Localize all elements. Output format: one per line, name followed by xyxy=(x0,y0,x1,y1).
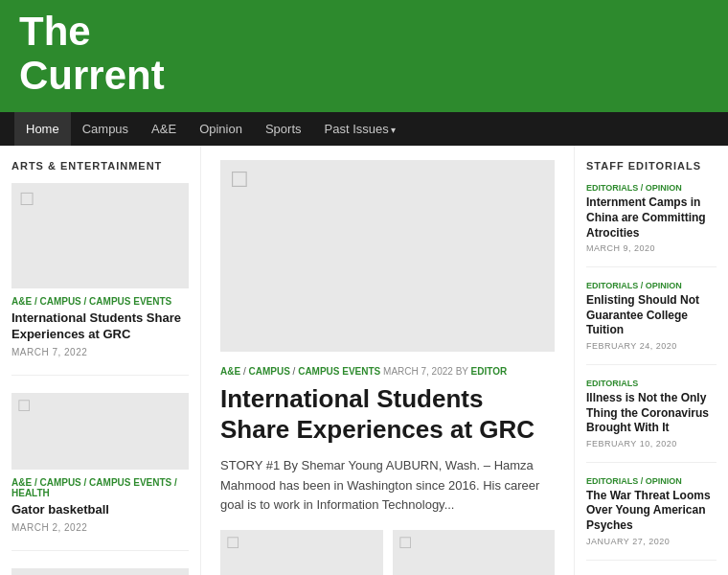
article-tags: A&E / CAMPUS / CAMPUS EVENTS / HEALTH xyxy=(11,477,189,498)
list-item: A&E / CAMPUS / CAMPUS EVENTS Vehicle The… xyxy=(11,568,189,575)
staff-title[interactable]: Illness is Not the Only Thing the Corona… xyxy=(586,391,717,436)
article-thumbnail xyxy=(11,183,189,288)
list-item: EDITORIALS / OPINION Internment Camps in… xyxy=(586,183,717,267)
thumbnail-1 xyxy=(220,530,383,575)
left-sidebar: ARTS & ENTERTAINMENT A&E / CAMPUS / CAMP… xyxy=(0,146,201,575)
staff-title[interactable]: Enlisting Should Not Guarantee College T… xyxy=(586,293,717,338)
nav-ae[interactable]: A&E xyxy=(140,112,188,146)
staff-tags: EDITORIALS xyxy=(586,379,717,388)
navigation: Home Campus A&E Opinion Sports Past Issu… xyxy=(0,112,728,146)
main-article-tags: A&E / CAMPUS / CAMPUS EVENTS MARCH 7, 20… xyxy=(220,366,555,377)
nav-campus[interactable]: Campus xyxy=(71,112,140,146)
nav-home[interactable]: Home xyxy=(14,112,71,146)
nav-past-issues-dropdown[interactable]: Past Issues xyxy=(313,112,408,146)
bottom-thumbnails xyxy=(220,530,555,575)
staff-date: FEBRUARY 10, 2020 xyxy=(586,439,717,448)
list-item: EDITORIALS / OPINION Enlisting Should No… xyxy=(586,281,717,365)
staff-section-title: STAFF EDITORIALS xyxy=(586,160,717,172)
list-item: EDITORIALS Illness is Not the Only Thing… xyxy=(586,379,717,463)
staff-tags: EDITORIALS / OPINION xyxy=(586,281,717,290)
staff-date: JANUARY 27, 2020 xyxy=(586,537,717,546)
article-title[interactable]: Gator basketball xyxy=(11,502,189,518)
tag-campus-events[interactable]: CAMPUS EVENTS xyxy=(298,366,380,377)
right-sidebar: STAFF EDITORIALS EDITORIALS / OPINION In… xyxy=(575,146,728,575)
list-item: A&E / CAMPUS / CAMPUS EVENTS / HEALTH Ga… xyxy=(11,393,189,551)
tag-ae[interactable]: A&E xyxy=(220,366,240,377)
staff-tags: EDITORIALS / OPINION xyxy=(586,183,717,193)
list-item: A&E / CAMPUS / CAMPUS EVENTS Internation… xyxy=(11,183,189,376)
nav-sports[interactable]: Sports xyxy=(254,112,313,146)
thumbnail-2 xyxy=(393,530,556,575)
article-date: MARCH 2, 2022 xyxy=(11,522,189,533)
main-article-image xyxy=(220,160,555,352)
center-content: A&E / CAMPUS / CAMPUS EVENTS MARCH 7, 20… xyxy=(201,146,575,575)
staff-date: MARCH 9, 2020 xyxy=(586,243,717,253)
main-article-excerpt: STORY #1 By Shemar Young AUBURN, Wash. –… xyxy=(220,456,555,516)
header: The Current xyxy=(0,0,728,112)
article-title[interactable]: International Students Share Experiences… xyxy=(11,310,189,343)
ae-section-title: ARTS & ENTERTAINMENT xyxy=(11,160,189,172)
article-tags: A&E / CAMPUS / CAMPUS EVENTS xyxy=(11,296,189,307)
article-thumbnail xyxy=(11,568,189,575)
staff-title[interactable]: The War Threat Looms Over Young American… xyxy=(586,489,717,534)
article-date: MARCH 7, 2022 xyxy=(11,347,189,357)
staff-title[interactable]: Internment Camps in China are Committing… xyxy=(586,196,717,241)
main-content: ARTS & ENTERTAINMENT A&E / CAMPUS / CAMP… xyxy=(0,146,728,575)
article-thumbnail xyxy=(11,393,189,470)
staff-tags: EDITORIALS / OPINION xyxy=(586,476,717,486)
tag-campus[interactable]: CAMPUS xyxy=(248,366,289,377)
nav-past-issues[interactable]: Past Issues xyxy=(313,112,408,146)
site-title: The Current xyxy=(19,10,165,98)
list-item: EDITORIALS / OPINION The War Threat Loom… xyxy=(586,476,717,561)
main-article-title[interactable]: International Students Share Experiences… xyxy=(220,384,555,444)
staff-date: FEBRUARY 24, 2020 xyxy=(586,341,717,351)
nav-opinion[interactable]: Opinion xyxy=(188,112,254,146)
